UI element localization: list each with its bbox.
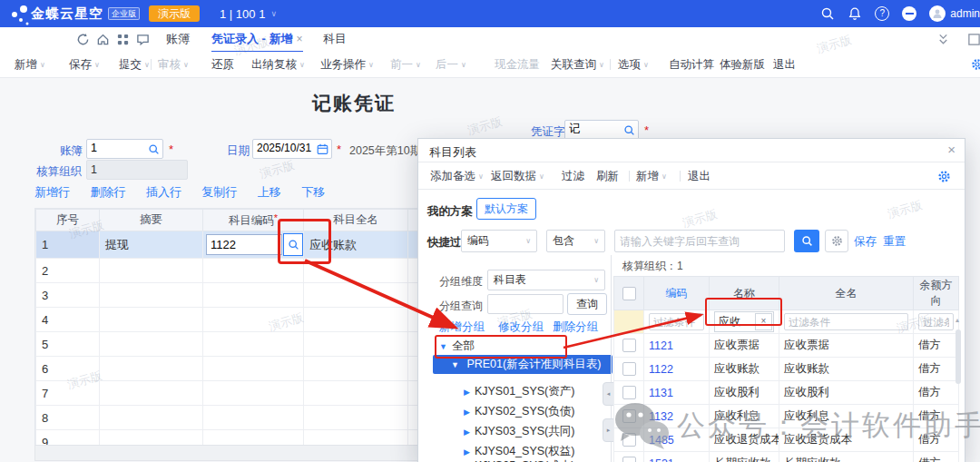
date-input[interactable] — [257, 140, 313, 156]
tab-ledger[interactable]: 账簿 — [166, 27, 190, 51]
tab-voucher-entry[interactable]: 凭证录入 - 新增× — [211, 27, 303, 53]
row-checkbox[interactable] — [622, 362, 636, 376]
tree-node-liabilities[interactable]: ▶KJYS02_SYS(负债) — [464, 404, 574, 419]
toolbar-business-ops-button[interactable]: 业务操作∨ — [320, 52, 374, 77]
avatar[interactable] — [929, 5, 946, 22]
tree-node-equity[interactable]: ▶KJYS04_SYS(权益) — [464, 444, 574, 459]
row-checkbox[interactable] — [622, 409, 636, 423]
gear-icon[interactable] — [971, 58, 980, 71]
apps-grid-icon[interactable] — [116, 33, 130, 46]
help-icon[interactable]: ? — [875, 6, 889, 21]
tree-node-root[interactable]: ▼全部 — [439, 339, 475, 354]
delete-row-link[interactable]: 删除行 — [90, 185, 125, 199]
new-account-button[interactable]: 新增∨ — [636, 162, 667, 190]
tree-node-selected[interactable]: ▼ PRE01(新会计准则科目表) — [433, 355, 612, 374]
caret-collapsed-icon[interactable]: ▶ — [464, 408, 470, 417]
voucher-word-input[interactable] — [569, 121, 622, 137]
move-down-link[interactable]: 下移 — [301, 185, 325, 199]
summary-cell[interactable]: 提现 — [100, 231, 203, 259]
message-toggle-icon[interactable] — [902, 6, 916, 21]
account-row[interactable]: 1121 应收票据 应收票据 借方 — [614, 334, 959, 358]
toolbar-restore-button[interactable]: 还原 — [211, 52, 234, 77]
copy-row-link[interactable]: 复制行 — [201, 185, 237, 199]
search-icon[interactable] — [820, 6, 835, 21]
toolbar-related-query-button[interactable]: 关联查询∨ — [551, 52, 604, 77]
toolbar-options-button[interactable]: 选项∨ — [618, 52, 649, 77]
account-row[interactable]: 1485 应收退货成本 应收退货成本 借方 — [614, 428, 959, 452]
grid-row-5[interactable]: 5 — [36, 332, 421, 357]
tab-close-icon[interactable]: × — [297, 33, 303, 45]
reset-scheme-link[interactable]: 重置 — [883, 234, 906, 250]
col-code[interactable]: 编码 — [644, 277, 710, 310]
bell-icon[interactable] — [848, 6, 862, 21]
search-button[interactable] — [794, 230, 819, 252]
toolbar-new-button[interactable]: 新增∨ — [15, 52, 45, 77]
grid-row-3[interactable]: 3 — [36, 283, 421, 308]
search-icon[interactable] — [623, 124, 635, 136]
close-icon[interactable]: × — [947, 142, 956, 157]
caret-collapsed-icon[interactable]: ▶ — [464, 388, 470, 397]
grid-row-1[interactable]: 1 提现 应收账款 — [36, 231, 421, 259]
date-field[interactable] — [252, 139, 332, 159]
filter-field-select[interactable]: 编码∨ — [461, 230, 537, 252]
sync-icon[interactable] — [76, 33, 90, 46]
collapse-double-chevron-icon[interactable] — [936, 33, 950, 46]
tree-node-common[interactable]: ▶KJYS03_SYS(共同) — [464, 424, 574, 439]
row-checkbox[interactable] — [622, 339, 636, 352]
grid-row-2[interactable]: 2 — [36, 259, 421, 283]
filter-operator-select[interactable]: 包含∨ — [546, 230, 605, 252]
toolbar-save-button[interactable]: 保存∨ — [69, 52, 100, 77]
toolbar-try-new-button[interactable]: 体验新版 — [720, 52, 765, 77]
toolbar-submit-button[interactable]: 提交∨ — [119, 52, 150, 77]
clear-filter-icon[interactable]: × — [755, 313, 772, 330]
voucher-word-field[interactable] — [564, 120, 639, 140]
filter-button[interactable]: 过滤 — [562, 162, 584, 190]
grid-row-6[interactable]: 6 — [36, 357, 421, 381]
row-checkbox[interactable] — [622, 386, 636, 399]
account-row[interactable]: 1531 长期应收款 长期应收款 借方 — [614, 452, 959, 462]
move-up-link[interactable]: 上移 — [258, 185, 281, 199]
name-filter-input[interactable]: 应收 × — [714, 311, 774, 332]
account-lookup-button[interactable] — [283, 233, 303, 256]
row-checkbox[interactable] — [622, 433, 636, 447]
account-code-link[interactable]: 1122 — [644, 358, 710, 381]
org-selector[interactable]: 1 | 100 1 — [220, 7, 265, 21]
keyword-search-input[interactable] — [614, 230, 785, 252]
toolbar-exit-button[interactable]: 退出 — [773, 52, 796, 77]
expand-window-icon[interactable] — [967, 33, 980, 46]
select-all-checkbox[interactable] — [622, 287, 636, 300]
delete-group-link[interactable]: 删除分组 — [553, 319, 598, 335]
chevron-down-icon[interactable]: ∨ — [270, 9, 277, 18]
toolbar-auto-calc-button[interactable]: 自动计算 — [669, 52, 714, 77]
group-query-button[interactable]: 查询 — [567, 293, 607, 315]
grid-row-8[interactable]: 8 — [36, 406, 421, 430]
group-dim-select[interactable]: 科目表∨ — [487, 270, 605, 290]
fullname-filter-input[interactable] — [784, 313, 908, 330]
caret-collapsed-icon[interactable]: ▶ — [464, 447, 470, 457]
search-icon[interactable] — [148, 143, 160, 155]
code-filter-input[interactable] — [649, 313, 704, 330]
add-group-link[interactable]: 新增分组 — [439, 319, 485, 335]
col-direction[interactable]: 余额方向 — [914, 277, 959, 310]
home-icon[interactable] — [96, 33, 110, 46]
account-code-link[interactable]: 1131 — [644, 381, 710, 405]
filter-settings-button[interactable] — [825, 230, 848, 252]
account-row[interactable]: 1122 应收账款 应收账款 借方 — [614, 358, 959, 381]
return-data-button[interactable]: 返回数据∨ — [491, 162, 544, 190]
username[interactable]: admin — [950, 7, 980, 20]
add-row-link[interactable]: 新增行 — [34, 185, 70, 199]
account-row[interactable]: 1132 应收利息 应收利息 借方 — [614, 405, 959, 428]
account-code-link[interactable]: 1531 — [644, 452, 710, 462]
caret-expanded-icon[interactable]: ▼ — [439, 342, 447, 351]
account-code-link[interactable]: 1485 — [644, 428, 710, 452]
grid-row-7[interactable]: 7 — [36, 381, 421, 406]
edit-group-link[interactable]: 修改分组 — [498, 319, 544, 335]
chat-icon[interactable] — [136, 33, 150, 46]
calendar-icon[interactable] — [317, 143, 328, 155]
refresh-button[interactable]: 刷新 — [596, 162, 619, 190]
book-field[interactable] — [86, 139, 163, 159]
account-code-link[interactable]: 1132 — [644, 405, 710, 428]
group-query-input[interactable] — [487, 294, 564, 314]
gear-icon[interactable] — [937, 170, 951, 183]
insert-row-link[interactable]: 插入行 — [146, 185, 181, 199]
